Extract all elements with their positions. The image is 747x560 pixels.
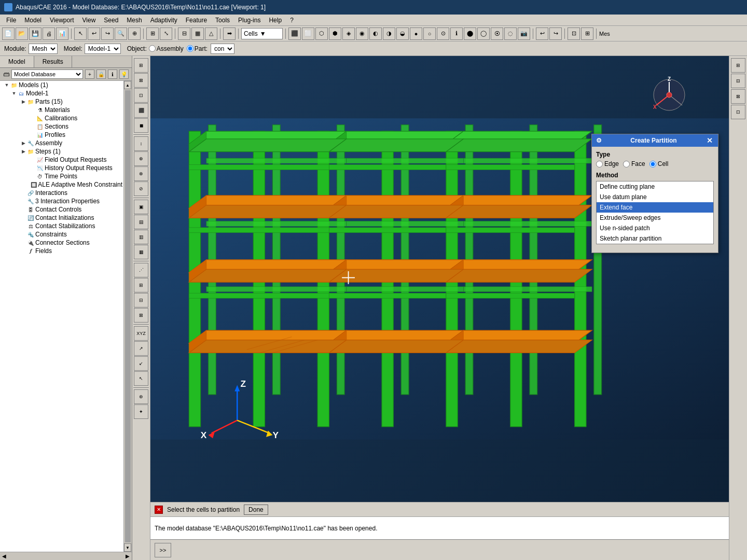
move-btn[interactable]: ⤡: [160, 27, 172, 40]
zoom-btn[interactable]: 🔍: [115, 27, 127, 40]
vert-btn-5[interactable]: ◼: [134, 118, 148, 133]
method-n-sided[interactable]: Use n-sided patch: [597, 223, 713, 233]
info-btn[interactable]: ℹ: [450, 27, 463, 40]
expand-model1[interactable]: ▼: [10, 90, 18, 97]
cell-radio-label[interactable]: Face: [623, 160, 645, 167]
tree-contact-controls[interactable]: 🎛 Contact Controls: [0, 205, 123, 214]
tree-parts[interactable]: ▶ 📁 Parts (15): [0, 97, 123, 106]
method-sketch-planar[interactable]: Sketch planar partition: [597, 233, 713, 244]
tree-contact-stab[interactable]: ⚖ Contact Stabilizations: [0, 222, 123, 230]
tree-scrollbar[interactable]: ▲ ▼: [123, 81, 132, 552]
vert-btn-9[interactable]: ⊘: [134, 181, 148, 196]
tree-interactions[interactable]: 🔗 Interactions: [0, 189, 123, 197]
tree-constraints[interactable]: 🔩 Constraints: [0, 230, 123, 239]
cursor-btn[interactable]: ↖: [74, 27, 87, 40]
vert-btn-23[interactable]: ✦: [134, 404, 148, 419]
method-use-datum[interactable]: Use datum plane: [597, 192, 713, 202]
camera-btn[interactable]: 📷: [518, 27, 530, 40]
scroll-down[interactable]: ▼: [124, 543, 131, 552]
save-btn[interactable]: 💾: [29, 27, 42, 40]
new-btn[interactable]: 📄: [2, 27, 15, 40]
expand-materials[interactable]: [29, 106, 36, 114]
new-model-btn[interactable]: +: [85, 69, 94, 79]
vert-btn-14[interactable]: ⋰: [134, 263, 148, 277]
vert-btn-12[interactable]: ▥: [134, 230, 148, 244]
menu-help[interactable]: Help: [265, 16, 286, 25]
tree-fields[interactable]: 𝒇 Fields: [0, 247, 123, 255]
model-select[interactable]: Model-1: [85, 44, 121, 54]
tree-model1[interactable]: ▼ 🗂 Model-1: [0, 89, 123, 97]
vert-btn-19[interactable]: ↗: [134, 341, 148, 356]
nav-right[interactable]: ▶: [126, 553, 130, 559]
face-radio[interactable]: [623, 161, 630, 167]
vert-btn-13[interactable]: ▦: [134, 245, 148, 259]
expand-contact-stab[interactable]: [20, 222, 27, 230]
view-btn7[interactable]: ◐: [369, 27, 382, 40]
vert-btn-15[interactable]: ⊞: [134, 278, 148, 292]
expand-assembly[interactable]: ▶: [20, 139, 27, 147]
sphere-btn4[interactable]: ◌: [504, 27, 517, 40]
tree-field-output[interactable]: 📈 Field Output Requests: [0, 156, 123, 164]
menu-model[interactable]: Model: [20, 16, 46, 25]
expand-connector[interactable]: [20, 239, 27, 246]
menu-file[interactable]: File: [2, 16, 20, 25]
prompt-cancel-btn[interactable]: ✕: [155, 506, 163, 514]
view-btn12[interactable]: ⊙: [437, 27, 449, 40]
edge-radio[interactable]: [596, 161, 603, 167]
vert-btn-10[interactable]: ▣: [134, 200, 148, 214]
view-btn2[interactable]: ⬜: [302, 27, 314, 40]
edge-radio-label[interactable]: Edge: [596, 160, 619, 167]
tab-results[interactable]: Results: [34, 56, 72, 67]
view-btn1[interactable]: ⬛: [288, 27, 301, 40]
method-extend-face[interactable]: Extend face: [597, 202, 713, 213]
expand-calibrations[interactable]: [29, 115, 36, 122]
tree-interaction-props[interactable]: 🔧 3 Interaction Properties: [0, 197, 123, 205]
expand-field[interactable]: [29, 156, 36, 163]
expand-parts[interactable]: ▶: [20, 98, 27, 105]
light-btn[interactable]: 💡: [119, 69, 129, 79]
select-btn[interactable]: ⊞: [146, 27, 159, 40]
menu-plugins[interactable]: Plug-ins: [234, 16, 265, 25]
render2-btn[interactable]: ⊞: [581, 27, 593, 40]
tree-sections[interactable]: 📋 Sections: [0, 122, 123, 131]
vert-btn-7[interactable]: ⊕: [134, 151, 148, 166]
view-btn6[interactable]: ◉: [356, 27, 368, 40]
menu-view[interactable]: View: [78, 16, 100, 25]
vert-btn-11[interactable]: ▤: [134, 215, 148, 229]
tree-assembly[interactable]: ▶ 🔧 Assembly: [0, 139, 123, 147]
table-btn[interactable]: ▦: [191, 27, 204, 40]
vert-btn-6[interactable]: ↕: [134, 136, 148, 151]
method-define-cutting[interactable]: Define cutting plane: [597, 181, 713, 192]
expand-steps[interactable]: ▶: [20, 148, 27, 155]
menu-viewport[interactable]: Viewport: [46, 16, 78, 25]
right-btn-1[interactable]: ⊞: [731, 58, 745, 73]
vert-btn-1[interactable]: ⊞: [134, 58, 148, 73]
grid-btn[interactable]: ⊟: [178, 27, 190, 40]
tree-history-output[interactable]: 📉 History Output Requests: [0, 164, 123, 172]
method-extrude-sweep[interactable]: Extrude/Sweep edges: [597, 213, 713, 223]
cells-dropdown[interactable]: Cells ▼: [241, 28, 283, 39]
part-radio-label[interactable]: Part:: [187, 45, 208, 52]
menu-seed[interactable]: Seed: [100, 16, 122, 25]
view-btn8[interactable]: ◑: [383, 27, 395, 40]
view-btn4[interactable]: ⬢: [329, 27, 341, 40]
vert-btn-22[interactable]: ⊛: [134, 389, 148, 404]
module-select[interactable]: Mesh: [29, 44, 58, 54]
tree-contact-init[interactable]: 🔄 Contact Initializations: [0, 214, 123, 222]
undo2-btn[interactable]: ↩: [536, 27, 548, 40]
tree-materials[interactable]: ⚗ Materials: [0, 106, 123, 114]
view-btn3[interactable]: ⬡: [315, 27, 328, 40]
cell-radio-outer-label[interactable]: Cell: [649, 160, 669, 167]
dialog-title-bar[interactable]: ⚙ Create Partition ✕: [592, 134, 718, 147]
vert-btn-2[interactable]: ⊠: [134, 73, 148, 88]
assembly-radio-label[interactable]: Assembly: [149, 45, 184, 52]
expand-interactions[interactable]: [20, 189, 27, 197]
view-btn11[interactable]: ○: [423, 27, 436, 40]
vert-btn-3[interactable]: ⊡: [134, 88, 148, 103]
database-select[interactable]: Model Database: [11, 69, 83, 79]
sphere-btn1[interactable]: ⬤: [464, 27, 476, 40]
vert-btn-18[interactable]: XYZ: [134, 326, 148, 341]
part-select[interactable]: con: [211, 44, 234, 54]
redo2-btn[interactable]: ↪: [549, 27, 562, 40]
expand-constraints[interactable]: [20, 231, 27, 238]
